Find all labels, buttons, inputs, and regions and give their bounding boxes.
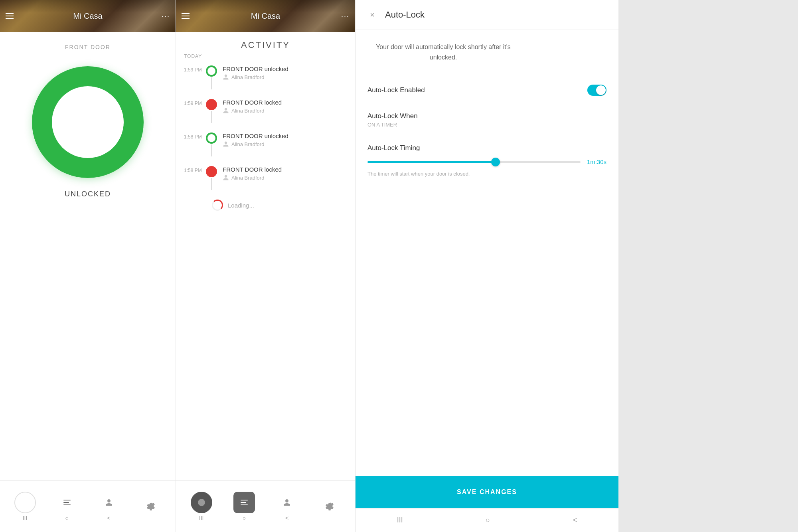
activity-info-4: FRONT DOOR locked Alina Bradford	[223, 166, 347, 181]
activity-dot-3	[206, 133, 217, 156]
loading-spinner	[212, 200, 223, 211]
slider-track[interactable]	[367, 161, 581, 163]
nav-indicator-1c: <	[107, 515, 110, 521]
auto-lock-when-sub: ON A TIMER	[367, 122, 418, 128]
right-spacer	[618, 0, 798, 532]
header-banner-1: Mi Casa ···	[0, 0, 176, 32]
nav-indicator-1b: ○	[65, 515, 68, 521]
toggle-thumb	[596, 85, 606, 95]
dot-icon-2	[198, 499, 205, 506]
lock-status: UNLOCKED	[65, 190, 111, 198]
activity-person-3: Alina Bradford	[223, 141, 347, 147]
settings-header: × Auto-Lock	[356, 0, 618, 30]
nav-item-settings-2[interactable]	[319, 496, 340, 517]
list-nav-active-2	[233, 492, 255, 513]
nav-ind-2b: ○	[243, 515, 246, 521]
activity-line-3	[211, 144, 212, 156]
settings-title: Auto-Lock	[385, 10, 425, 20]
activity-title: ACTIVITY	[241, 40, 290, 50]
panel-settings: × Auto-Lock Your door will automatically…	[355, 0, 618, 532]
loading-item: Loading...	[184, 200, 347, 211]
activity-line-1	[211, 77, 212, 89]
activity-info-2: FRONT DOOR locked Alina Bradford	[223, 99, 347, 114]
home-dot-2	[191, 492, 212, 513]
users-nav-icon-1	[98, 492, 120, 513]
settings-nav-icon-1	[140, 496, 162, 517]
slider-container: 1m:30s	[367, 158, 606, 165]
activity-action-3: FRONT DOOR unlocked	[223, 133, 347, 139]
activity-person-1: Alina Bradford	[223, 74, 347, 80]
activity-action-4: FRONT DOOR locked	[223, 166, 347, 173]
auto-lock-when-label: Auto-Lock When	[367, 112, 418, 120]
activity-dot-2	[206, 99, 217, 123]
panel-activity: Mi Casa ··· ACTIVITY TODAY 1:59 PM FRONT…	[176, 0, 355, 532]
lock-circle[interactable]	[32, 66, 144, 178]
activity-item-1: 1:59 PM FRONT DOOR unlocked Alina Bradfo…	[184, 65, 347, 89]
slider-thumb[interactable]	[491, 158, 500, 166]
lock-content: FRONT DOOR UNLOCKED	[0, 32, 176, 480]
auto-lock-toggle[interactable]	[587, 85, 606, 96]
activity-item-2: 1:59 PM FRONT DOOR locked Alina Bradford	[184, 99, 347, 123]
loading-text: Loading...	[228, 202, 254, 209]
nav-item-list-2[interactable]: ○	[233, 492, 255, 521]
nav-indicator-1a: III	[23, 515, 28, 521]
slider-fill	[367, 161, 495, 163]
nav-item-users-1[interactable]: <	[98, 492, 120, 521]
activity-time-1: 1:59 PM	[184, 65, 206, 73]
nav-item-settings-1[interactable]	[140, 496, 162, 517]
activity-dot-4	[206, 166, 217, 190]
users-nav-2	[276, 492, 298, 513]
bottom-nav-2: III ○ <	[176, 480, 355, 532]
locked-dot-2	[206, 99, 217, 110]
activity-action-1: FRONT DOOR unlocked	[223, 65, 347, 72]
close-button[interactable]: ×	[367, 10, 377, 20]
nav-ind-3b: ○	[486, 516, 490, 524]
activity-info-1: FRONT DOOR unlocked Alina Bradford	[223, 65, 347, 80]
activity-content: ACTIVITY TODAY 1:59 PM FRONT DOOR unlock…	[176, 32, 355, 480]
unlocked-dot-1	[206, 65, 217, 77]
header-banner-2: Mi Casa ···	[176, 0, 355, 32]
nav-ind-3c: <	[573, 516, 577, 524]
activity-time-3: 1:58 PM	[184, 133, 206, 140]
bottom-nav-1: III ○ <	[0, 480, 176, 532]
slider-description: The timer will start when your door is c…	[367, 170, 606, 178]
nav-item-home-2[interactable]: III	[191, 492, 212, 521]
settings-content: Your door will automatically lock shortl…	[356, 30, 618, 476]
auto-lock-enabled-label: Auto-Lock Enabled	[367, 86, 425, 94]
list-nav-icon-1	[56, 492, 78, 513]
home-title-2: Mi Casa	[251, 12, 280, 21]
activity-time-2: 1:59 PM	[184, 99, 206, 106]
activity-item-3: 1:58 PM FRONT DOOR unlocked Alina Bradfo…	[184, 133, 347, 156]
activity-action-2: FRONT DOOR locked	[223, 99, 347, 106]
more-button-2[interactable]: ···	[341, 12, 350, 20]
activity-time-4: 1:58 PM	[184, 166, 206, 173]
locked-dot-4	[206, 166, 217, 177]
slider-title: Auto-Lock Timing	[367, 144, 606, 152]
activity-item-4: 1:58 PM FRONT DOOR locked Alina Bradford	[184, 166, 347, 190]
auto-lock-timing-section: Auto-Lock Timing 1m:30s The timer will s…	[367, 136, 606, 186]
today-label: TODAY	[184, 53, 347, 59]
auto-lock-when-info: Auto-Lock When ON A TIMER	[367, 112, 418, 128]
auto-lock-when-row: Auto-Lock When ON A TIMER	[367, 104, 606, 136]
settings-nav-2	[319, 496, 340, 517]
nav-item-users-2[interactable]: <	[276, 492, 298, 521]
home-nav-icon	[14, 492, 36, 513]
home-title-1: Mi Casa	[73, 12, 102, 21]
menu-button-1[interactable]	[6, 13, 14, 19]
lock-door-label: FRONT DOOR	[65, 44, 111, 50]
save-changes-button[interactable]: SAVE CHANGES	[356, 476, 618, 508]
activity-person-4: Alina Bradford	[223, 174, 347, 181]
activity-line-4	[211, 178, 212, 190]
menu-button-2[interactable]	[182, 13, 190, 19]
settings-description: Your door will automatically lock shortl…	[367, 42, 519, 62]
lock-circle-inner	[52, 86, 124, 158]
nav-item-list-1[interactable]: ○	[56, 492, 78, 521]
svg-point-1	[22, 499, 28, 506]
more-button-1[interactable]: ···	[162, 12, 170, 20]
panel-lock: Mi Casa ··· FRONT DOOR UNLOCKED III	[0, 0, 176, 532]
activity-line-2	[211, 111, 212, 123]
activity-dot-1	[206, 65, 217, 89]
nav-ind-3a: III	[397, 516, 403, 524]
nav-item-home-1[interactable]: III	[14, 492, 36, 521]
nav-ind-2a: III	[199, 515, 204, 521]
